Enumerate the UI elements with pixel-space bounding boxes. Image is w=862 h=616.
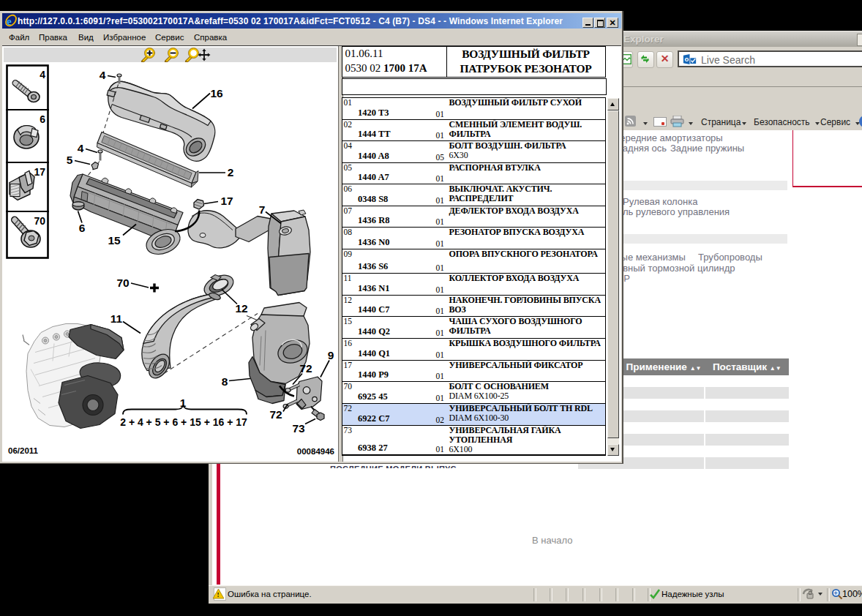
svg-text:72: 72 <box>299 362 312 375</box>
svg-text:4: 4 <box>100 69 106 81</box>
svg-text:9: 9 <box>328 349 334 361</box>
svg-text:2: 2 <box>228 166 234 179</box>
svg-text:7: 7 <box>259 203 266 216</box>
svg-text:70: 70 <box>116 277 129 289</box>
svg-text:15: 15 <box>108 234 121 247</box>
svg-text:70: 70 <box>34 215 45 227</box>
svg-text:4: 4 <box>78 142 84 154</box>
svg-text:17: 17 <box>220 195 233 207</box>
svg-text:5: 5 <box>67 154 73 166</box>
svg-text:2 + 4 + 5 + 6 + 15 + 16 + 17: 2 + 4 + 5 + 6 + 15 + 16 + 17 <box>120 416 247 428</box>
svg-text:6: 6 <box>79 222 86 234</box>
svg-text:!: ! <box>217 591 220 598</box>
svg-text:72: 72 <box>269 408 282 421</box>
svg-text:o: o <box>685 55 689 63</box>
svg-text:4: 4 <box>40 69 45 80</box>
svg-text:16: 16 <box>210 87 223 99</box>
svg-text:06/2011: 06/2011 <box>8 446 39 455</box>
svg-text:6: 6 <box>40 113 45 125</box>
svg-text:8: 8 <box>222 375 228 388</box>
svg-text:12: 12 <box>235 302 247 315</box>
svg-text:11: 11 <box>110 312 123 325</box>
svg-text:17: 17 <box>34 166 45 178</box>
svg-text:73: 73 <box>292 422 305 435</box>
svg-text:00084946: 00084946 <box>297 447 334 456</box>
svg-text:+: + <box>833 590 837 597</box>
